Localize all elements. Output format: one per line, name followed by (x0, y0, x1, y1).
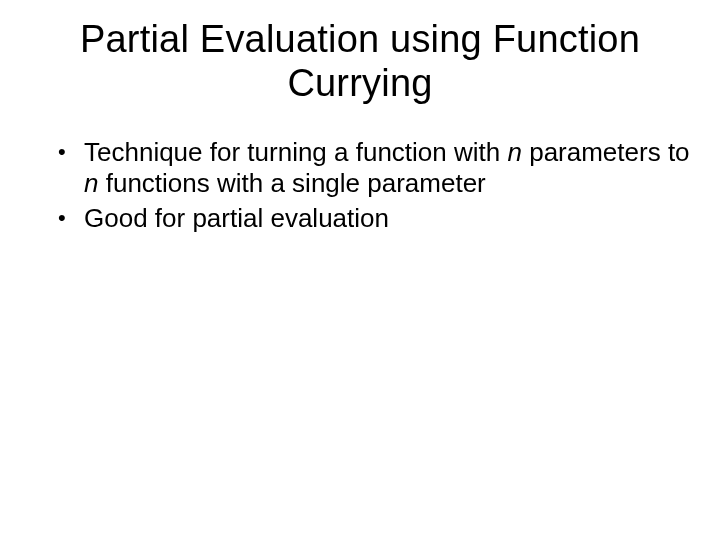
bullet-list: Technique for turning a function with n … (30, 137, 690, 233)
bullet-text: Technique for turning a function with (84, 137, 507, 167)
italic-n: n (84, 168, 98, 198)
list-item: Good for partial evaluation (58, 203, 690, 234)
italic-n: n (507, 137, 521, 167)
bullet-text: Good for partial evaluation (84, 203, 389, 233)
slide: Partial Evaluation using Function Curryi… (0, 0, 720, 540)
bullet-text: functions with a single parameter (98, 168, 485, 198)
list-item: Technique for turning a function with n … (58, 137, 690, 198)
slide-title: Partial Evaluation using Function Curryi… (70, 18, 650, 105)
bullet-text: parameters to (522, 137, 690, 167)
